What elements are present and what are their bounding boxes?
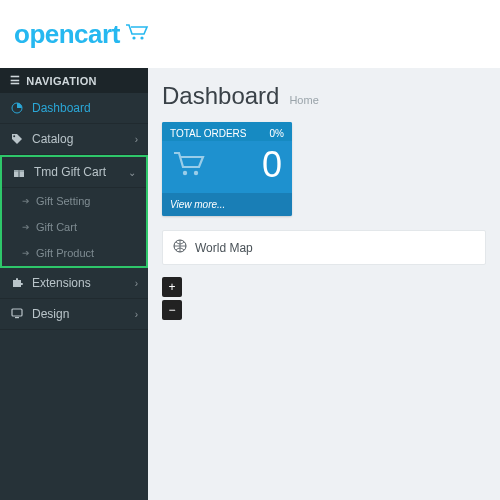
nav-header-label: NAVIGATION [26, 75, 96, 87]
arrow-icon: ➔ [22, 196, 30, 206]
breadcrumb[interactable]: Home [289, 94, 318, 106]
tile-body: 0 [162, 141, 292, 193]
zoom-controls: + − [162, 277, 486, 320]
sidebar-item-label: Extensions [32, 276, 127, 290]
arrow-icon: ➔ [22, 248, 30, 258]
sidebar-item-extensions[interactable]: Extensions › [0, 268, 148, 299]
chevron-right-icon: › [135, 278, 138, 289]
logo-bar: opencart [0, 0, 500, 68]
sidebar-item-label: Tmd Gift Cart [34, 165, 120, 179]
tile-title: TOTAL ORDERS [170, 128, 247, 139]
menu-icon: ☰ [10, 74, 20, 87]
logo-text: opencart [14, 19, 120, 50]
page-header: Dashboard Home [162, 82, 486, 110]
world-map-label: World Map [195, 241, 253, 255]
chevron-down-icon: ⌄ [128, 167, 136, 178]
tile-footer-link[interactable]: View more... [162, 193, 292, 216]
cart-icon [124, 22, 150, 46]
svg-point-10 [194, 171, 198, 175]
zoom-out-button[interactable]: − [162, 300, 182, 320]
sidebar-subitem-gift-cart[interactable]: ➔ Gift Cart [2, 214, 146, 240]
cart-icon [172, 149, 206, 181]
sidebar-item-label: Catalog [32, 132, 127, 146]
svg-rect-6 [18, 170, 20, 177]
sidebar-subitem-label: Gift Cart [36, 221, 77, 233]
main-content: Dashboard Home TOTAL ORDERS 0% 0 View mo… [148, 68, 500, 500]
highlighted-group: Tmd Gift Cart ⌄ ➔ Gift Setting ➔ Gift Ca… [0, 155, 148, 268]
world-map-panel: World Map [162, 230, 486, 265]
desktop-icon [10, 307, 24, 321]
svg-rect-7 [12, 309, 22, 316]
dashboard-icon [10, 101, 24, 115]
tag-icon [10, 132, 24, 146]
sidebar-subitem-gift-product[interactable]: ➔ Gift Product [2, 240, 146, 266]
page-title: Dashboard [162, 82, 279, 110]
gift-icon [12, 165, 26, 179]
total-orders-tile: TOTAL ORDERS 0% 0 View more... [162, 122, 292, 216]
sidebar-subitem-gift-setting[interactable]: ➔ Gift Setting [2, 188, 146, 214]
zoom-in-button[interactable]: + [162, 277, 182, 297]
arrow-icon: ➔ [22, 222, 30, 232]
sidebar-subitem-label: Gift Product [36, 247, 94, 259]
svg-point-3 [13, 135, 15, 137]
svg-point-1 [140, 36, 143, 39]
sidebar-item-label: Dashboard [32, 101, 138, 115]
chevron-right-icon: › [135, 134, 138, 145]
sidebar-item-design[interactable]: Design › [0, 299, 148, 330]
svg-rect-8 [15, 317, 19, 318]
svg-point-9 [183, 171, 187, 175]
globe-icon [173, 239, 187, 256]
sidebar-item-label: Design [32, 307, 127, 321]
chevron-right-icon: › [135, 309, 138, 320]
puzzle-icon [10, 276, 24, 290]
sidebar: ☰ NAVIGATION Dashboard Catalog › [0, 68, 148, 500]
tile-header: TOTAL ORDERS 0% [162, 122, 292, 141]
nav-header: ☰ NAVIGATION [0, 68, 148, 93]
sidebar-subitem-label: Gift Setting [36, 195, 90, 207]
sidebar-item-tmd-gift-cart[interactable]: Tmd Gift Cart ⌄ [2, 157, 146, 188]
sidebar-item-catalog[interactable]: Catalog › [0, 124, 148, 155]
tile-value: 0 [262, 147, 282, 183]
sidebar-item-dashboard[interactable]: Dashboard [0, 93, 148, 124]
tile-percent: 0% [270, 128, 284, 139]
svg-point-0 [132, 36, 135, 39]
